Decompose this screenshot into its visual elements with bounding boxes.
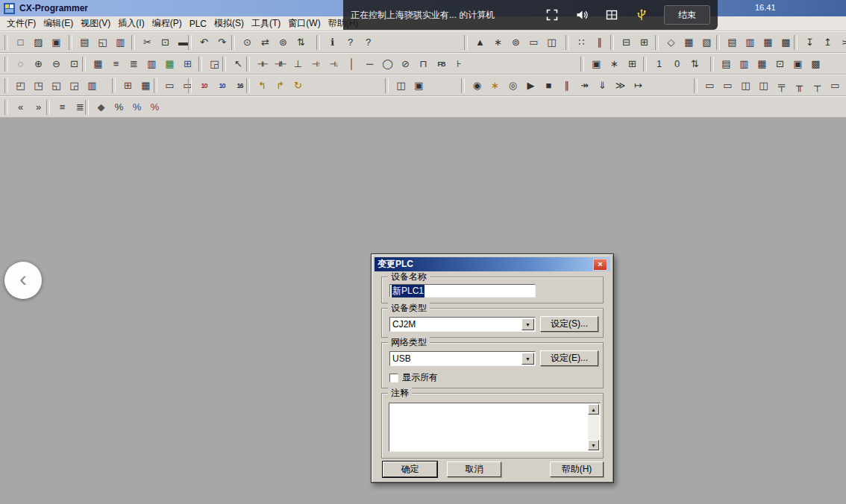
plc-memory-icon[interactable]: ▩ — [777, 34, 795, 51]
display-format-2-icon[interactable]: ▭ — [719, 77, 736, 94]
view-ladder-icon[interactable]: ◰ — [12, 77, 29, 94]
open-file-icon[interactable]: ▨ — [30, 34, 47, 51]
speaker-icon[interactable] — [574, 7, 589, 22]
copy-icon[interactable]: ⊡ — [157, 34, 174, 51]
zoom-up-icon[interactable]: % — [128, 98, 145, 116]
end-session-button[interactable]: 结束 — [664, 5, 710, 25]
send-changes-icon[interactable]: ⊞ — [624, 55, 641, 72]
dialog-title-bar[interactable]: 变更PLC × — [375, 257, 610, 271]
new-or-contact-icon[interactable]: ⊥ — [289, 55, 307, 72]
symbol-bar-icon[interactable]: ▥ — [143, 55, 160, 72]
display-text-icon[interactable]: ▣ — [789, 55, 806, 72]
ok-button[interactable]: 确定 — [383, 462, 437, 477]
grid-toggle-icon[interactable]: ▦ — [90, 55, 107, 72]
monitor-mode-icon[interactable]: ◎ — [504, 77, 521, 94]
zoom-fit-icon[interactable]: ⊡ — [66, 55, 83, 72]
section-view-icon[interactable]: ◫ — [543, 34, 560, 51]
menu-insert[interactable]: 插入(I) — [114, 16, 148, 31]
new-closed-contact-icon[interactable]: ⊣/⊢ — [272, 55, 289, 72]
network-type-select[interactable]: USB ▼ — [389, 351, 536, 366]
menu-simulation[interactable]: 模拟(S) — [210, 16, 248, 31]
rung-wrap-icon[interactable]: ≡ — [107, 55, 125, 72]
display-double-icon[interactable]: ▩ — [807, 55, 824, 72]
view-sections-icon[interactable]: ◲ — [66, 77, 83, 94]
force-on-icon[interactable]: 1 — [651, 55, 668, 72]
monitor-binary-icon[interactable]: 10 — [195, 77, 213, 94]
find-references-icon[interactable]: ⊚ — [275, 34, 292, 51]
memory-card-icon[interactable]: ▦ — [759, 34, 777, 51]
simulator-window-icon[interactable]: ◫ — [392, 77, 410, 94]
search-project-icon[interactable]: ⊚ — [507, 34, 524, 51]
cross-reference-icon[interactable]: ⊟ — [618, 34, 635, 51]
compile-all-icon[interactable]: ∗ — [489, 34, 507, 51]
watch-grid-icon[interactable]: ▦ — [137, 77, 154, 94]
scroll-up-icon[interactable]: ▲ — [588, 404, 599, 415]
auto-online-icon[interactable]: ∗ — [486, 77, 504, 94]
simulator-settings-icon[interactable]: ▣ — [410, 77, 427, 94]
menu-edit[interactable]: 编辑(E) — [40, 16, 77, 31]
pause-icon[interactable]: ∥ — [558, 77, 575, 94]
device-type-select[interactable]: CJ2M ▼ — [389, 317, 536, 332]
row-layout-icon[interactable]: ╥ — [791, 77, 808, 94]
menu-plc[interactable]: PLC — [186, 17, 210, 31]
transfer-download-icon[interactable]: ↧ — [801, 34, 818, 51]
transfer-upload-icon[interactable]: ↥ — [819, 34, 836, 51]
table-layout-icon[interactable]: ┬ — [809, 77, 826, 94]
help-button[interactable]: 帮助(H) — [550, 462, 604, 477]
replace-icon[interactable]: ⇄ — [257, 34, 274, 51]
online-edit-icon[interactable]: ∗ — [606, 55, 623, 72]
new-function-block-icon[interactable]: FB — [433, 55, 450, 72]
about-icon[interactable]: ℹ — [324, 34, 341, 51]
selection-tool-icon[interactable]: ↖ — [230, 55, 247, 72]
zoom-in-icon[interactable]: ⊕ — [30, 55, 47, 72]
save-icon[interactable]: ▣ — [48, 34, 65, 51]
menu-tools[interactable]: 工具(T) — [248, 16, 284, 31]
view-mnemonic-icon[interactable]: ◳ — [30, 77, 47, 94]
new-contact-icon[interactable]: ⊣⊢ — [254, 55, 271, 72]
display-format-1-icon[interactable]: ▭ — [701, 77, 718, 94]
display-decimal-icon[interactable]: ▥ — [736, 55, 753, 72]
display-format-4-icon[interactable]: ◫ — [755, 77, 772, 94]
next-rung-icon[interactable]: » — [30, 98, 47, 116]
rising-contact-icon[interactable]: ⊣↑ — [307, 55, 325, 72]
column-layout-icon[interactable]: ╤ — [773, 77, 790, 94]
new-closed-coil-icon[interactable]: ⊘ — [397, 55, 414, 72]
select-grid-icon[interactable]: ⊞ — [179, 55, 196, 72]
redo-icon[interactable]: ↷ — [213, 34, 231, 51]
page-setup-icon[interactable]: ▥ — [112, 34, 129, 51]
display-hex-icon[interactable]: ▤ — [718, 55, 735, 72]
data-area-icon[interactable]: ▦ — [161, 55, 178, 72]
new-file-icon[interactable]: □ — [12, 34, 29, 51]
step-run-icon[interactable]: ↠ — [576, 77, 593, 94]
chevron-down-icon[interactable]: ▼ — [521, 353, 534, 365]
cell-layout-icon[interactable]: ▭ — [827, 77, 844, 94]
comment-textarea[interactable]: ▲ ▼ — [389, 403, 601, 452]
symbol-table-icon[interactable]: ◇ — [662, 34, 680, 51]
pause-monitoring-icon[interactable]: ∥ — [591, 34, 608, 51]
output-window-icon[interactable]: ▭ — [161, 77, 178, 94]
goto-rung-icon[interactable]: ⇅ — [292, 34, 310, 51]
navigate-forward-icon[interactable]: ↱ — [272, 77, 289, 94]
zoom-tool-icon[interactable]: ◌ — [12, 55, 29, 72]
view-symbols-icon[interactable]: ◱ — [48, 77, 65, 94]
io-comment-icon[interactable]: ▭ — [525, 34, 542, 51]
app-icon[interactable] — [4, 3, 15, 14]
new-view-icon[interactable]: ◲ — [206, 55, 223, 72]
falling-contact-icon[interactable]: ⊣↓ — [325, 55, 342, 72]
horizontal-line-icon[interactable]: ─ — [361, 55, 378, 72]
display-format-3-icon[interactable]: ◫ — [737, 77, 754, 94]
zoom-out-icon[interactable]: ⊖ — [48, 55, 65, 72]
window-panes-icon[interactable] — [604, 7, 619, 22]
display-word-icon[interactable]: ⊡ — [771, 55, 789, 72]
compile-icon[interactable]: ▲ — [471, 34, 489, 51]
cancel-button[interactable]: 取消 — [447, 462, 501, 477]
find-icon[interactable]: ⊙ — [239, 34, 256, 51]
show-all-checkbox[interactable] — [389, 374, 398, 382]
rung-numbers-icon[interactable]: ≣ — [125, 55, 142, 72]
fb-parameter-icon[interactable]: ⊦ — [451, 55, 468, 72]
view-properties-icon[interactable]: ▥ — [84, 77, 101, 94]
plc-settings-icon[interactable]: ▥ — [742, 34, 759, 51]
scroll-down-icon[interactable]: ▼ — [588, 440, 599, 450]
close-icon[interactable]: × — [593, 259, 607, 271]
toggle-bit-icon[interactable]: ⇅ — [686, 55, 704, 72]
